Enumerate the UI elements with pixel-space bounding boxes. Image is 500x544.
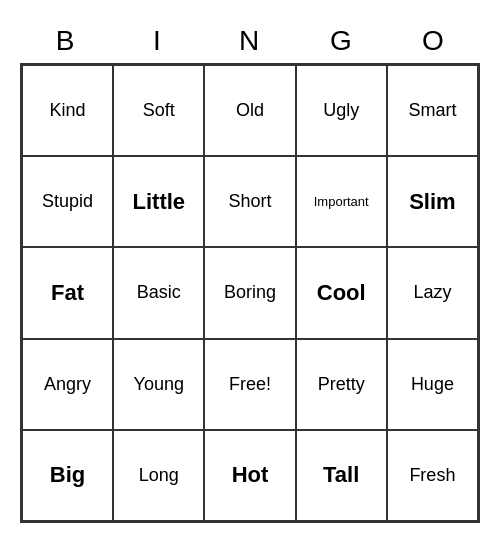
bingo-header: BINGO [20,21,480,61]
bingo-cell-19: Huge [387,339,478,430]
bingo-card: BINGO KindSoftOldUglySmartStupidLittleSh… [10,11,490,533]
bingo-cell-8: Important [296,156,387,247]
bingo-cell-10: Fat [22,247,113,338]
bingo-cell-21: Long [113,430,204,521]
bingo-cell-12: Boring [204,247,295,338]
bingo-cell-13: Cool [296,247,387,338]
bingo-cell-11: Basic [113,247,204,338]
bingo-cell-6: Little [113,156,204,247]
bingo-cell-3: Ugly [296,65,387,156]
bingo-cell-17: Free! [204,339,295,430]
bingo-cell-14: Lazy [387,247,478,338]
bingo-cell-18: Pretty [296,339,387,430]
header-letter-B: B [20,21,112,61]
bingo-cell-2: Old [204,65,295,156]
bingo-cell-22: Hot [204,430,295,521]
bingo-grid: KindSoftOldUglySmartStupidLittleShortImp… [20,63,480,523]
header-letter-N: N [204,21,296,61]
bingo-cell-5: Stupid [22,156,113,247]
header-letter-I: I [112,21,204,61]
bingo-cell-0: Kind [22,65,113,156]
bingo-cell-20: Big [22,430,113,521]
bingo-cell-1: Soft [113,65,204,156]
bingo-cell-4: Smart [387,65,478,156]
header-letter-O: O [388,21,480,61]
bingo-cell-24: Fresh [387,430,478,521]
bingo-cell-9: Slim [387,156,478,247]
bingo-cell-7: Short [204,156,295,247]
bingo-cell-16: Young [113,339,204,430]
header-letter-G: G [296,21,388,61]
bingo-cell-15: Angry [22,339,113,430]
bingo-cell-23: Tall [296,430,387,521]
